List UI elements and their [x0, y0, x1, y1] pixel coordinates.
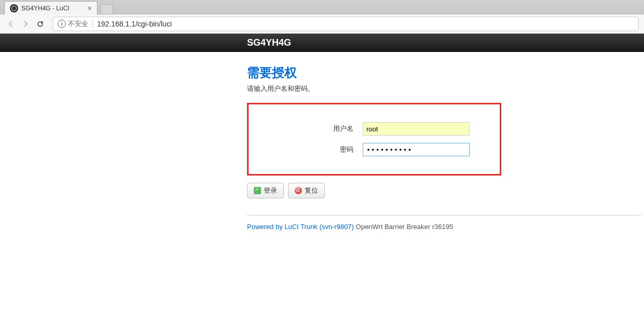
login-button[interactable]: 登录	[247, 183, 284, 198]
tab-bar: SG4YH4G - LuCI ×	[0, 0, 644, 15]
address-bar[interactable]: i 不安全 192.168.1.1/cgi-bin/luci	[53, 17, 639, 31]
page-header: SG4YH4G	[0, 34, 644, 52]
forward-button[interactable]	[20, 18, 31, 30]
close-tab-icon[interactable]: ×	[88, 4, 92, 12]
version-text: OpenWrt Barrier Breaker r36195	[354, 223, 453, 231]
password-label: 密码	[264, 145, 363, 154]
main-content: 需要授权 请输入用户名和密码。 用户名 密码 登录 复位 Powered by …	[247, 52, 641, 231]
tab-title: SG4YH4G - LuCI	[21, 5, 84, 12]
security-label: 不安全	[68, 19, 88, 29]
luci-link[interactable]: Powered by LuCI Trunk (svn-r9807)	[247, 223, 354, 231]
url-text: 192.168.1.1/cgi-bin/luci	[97, 20, 172, 28]
browser-tab[interactable]: SG4YH4G - LuCI ×	[4, 1, 98, 15]
button-row: 登录 复位	[247, 183, 641, 198]
new-tab-button[interactable]	[101, 4, 113, 15]
divider	[92, 20, 93, 28]
reload-button[interactable]	[34, 18, 46, 30]
password-row: 密码	[264, 143, 484, 156]
login-form-highlighted: 用户名 密码	[247, 103, 501, 176]
reset-icon	[295, 187, 302, 194]
back-button[interactable]	[5, 18, 17, 30]
password-input[interactable]	[363, 143, 470, 156]
page-title: SG4YH4G	[247, 37, 291, 48]
login-button-label: 登录	[264, 186, 277, 195]
username-label: 用户名	[264, 124, 363, 133]
auth-heading: 需要授权	[247, 64, 641, 81]
footer: Powered by LuCI Trunk (svn-r9807) OpenWr…	[247, 215, 641, 231]
username-input[interactable]	[363, 122, 470, 136]
browser-toolbar: i 不安全 192.168.1.1/cgi-bin/luci	[0, 15, 644, 33]
info-icon: i	[58, 20, 66, 28]
tab-favicon-icon	[10, 4, 18, 12]
browser-chrome: SG4YH4G - LuCI × i 不安全 192.168.1.1/cgi-b…	[0, 0, 644, 34]
reset-button-label: 复位	[305, 186, 318, 195]
check-icon	[254, 187, 261, 194]
auth-subtext: 请输入用户名和密码。	[247, 84, 641, 93]
reset-button[interactable]: 复位	[288, 183, 325, 198]
username-row: 用户名	[264, 122, 484, 136]
